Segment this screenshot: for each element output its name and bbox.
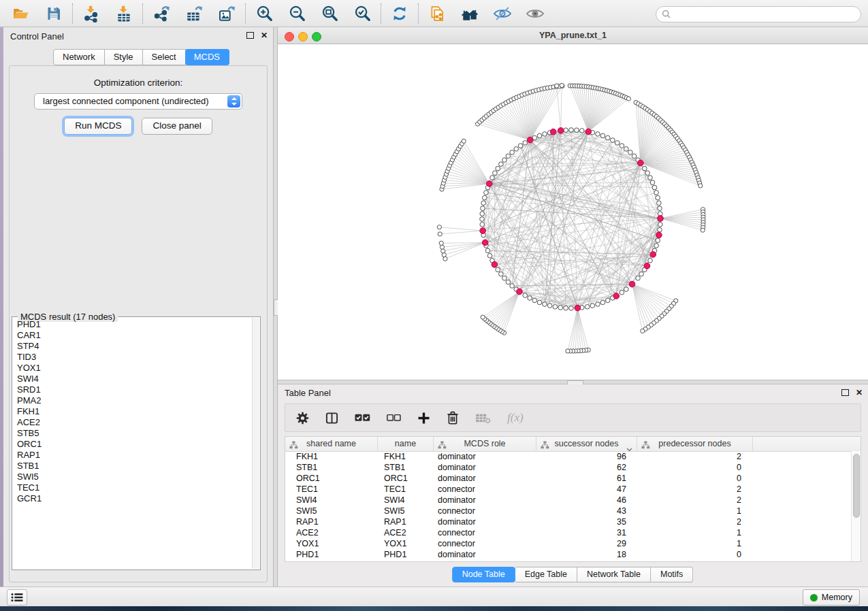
network-node[interactable]	[523, 141, 528, 146]
table-row-SWI5[interactable]: SWI5SWI5connector431	[285, 506, 852, 516]
table-row-SWI4[interactable]: SWI4SWI4dominator462	[285, 495, 852, 506]
zoom-fit-icon[interactable]	[319, 3, 340, 24]
network-node[interactable]	[496, 166, 500, 171]
tab-network[interactable]: Network	[53, 49, 105, 65]
mcds-result-item[interactable]: PMA2	[17, 395, 252, 406]
search-field[interactable]	[656, 6, 861, 22]
network-node[interactable]	[481, 201, 486, 205]
tab-style[interactable]: Style	[105, 49, 143, 65]
network-node[interactable]	[484, 191, 489, 195]
network-node[interactable]	[493, 171, 498, 176]
network-node[interactable]	[620, 144, 624, 148]
network-node[interactable]	[485, 248, 490, 253]
network-hub-node[interactable]	[585, 129, 592, 135]
network-node[interactable]	[624, 147, 628, 152]
delete-column-trash-icon[interactable]	[447, 411, 459, 425]
network-node[interactable]	[650, 180, 655, 185]
network-node[interactable]	[518, 144, 523, 148]
network-node[interactable]	[481, 206, 485, 211]
tab-node-table[interactable]: Node Table	[452, 567, 515, 582]
network-hub-node[interactable]	[482, 240, 488, 246]
close-panel-icon[interactable]: ✕	[856, 389, 863, 396]
network-node[interactable]	[569, 306, 574, 311]
network-node[interactable]	[514, 147, 519, 152]
tab-motifs[interactable]: Motifs	[651, 567, 693, 582]
network-node[interactable]	[615, 141, 620, 146]
import-table-icon[interactable]	[114, 3, 134, 24]
network-node[interactable]	[510, 284, 515, 288]
show-graphics-details-icon[interactable]	[525, 3, 545, 24]
tab-mcds[interactable]: MCDS	[185, 49, 229, 65]
mcds-result-item[interactable]: ACE2	[17, 417, 252, 428]
network-node[interactable]	[579, 129, 584, 133]
network-node[interactable]	[480, 222, 485, 227]
hide-graphics-details-icon[interactable]	[492, 3, 513, 24]
network-hub-node[interactable]	[644, 263, 650, 269]
network-node[interactable]	[480, 212, 485, 216]
memory-button[interactable]: Memory	[803, 589, 860, 606]
network-node[interactable]	[543, 132, 547, 137]
network-node[interactable]	[502, 276, 507, 281]
network-leaf-node[interactable]	[560, 83, 564, 87]
network-leaf-node[interactable]	[437, 225, 441, 229]
node-table[interactable]: shared namenameMCDS rolesuccessor nodesp…	[285, 436, 861, 562]
network-hub-node[interactable]	[558, 128, 564, 134]
horizontal-splitter[interactable]	[278, 380, 868, 384]
network-hub-node[interactable]	[613, 293, 620, 299]
network-node[interactable]	[487, 253, 492, 258]
network-node[interactable]	[600, 133, 605, 138]
table-row-RAP1[interactable]: RAP1RAP1dominator352	[285, 516, 852, 527]
column-header-name[interactable]: name	[378, 437, 434, 451]
search-input[interactable]	[675, 8, 861, 20]
table-scrollbar-thumb[interactable]	[853, 454, 860, 518]
network-hub-node[interactable]	[486, 181, 492, 187]
network-node[interactable]	[648, 259, 653, 263]
network-node[interactable]	[596, 132, 600, 137]
mcds-result-item[interactable]: PHD1	[17, 319, 252, 330]
network-node[interactable]	[506, 154, 511, 159]
network-leaf-node[interactable]	[438, 232, 442, 236]
export-image-icon[interactable]	[216, 3, 237, 24]
mcds-result-item[interactable]: SWI5	[17, 472, 252, 482]
table-row-ACE2[interactable]: ACE2ACE2connector311	[285, 527, 852, 538]
float-panel-icon[interactable]	[246, 32, 254, 39]
mcds-result-item[interactable]: CAR1	[17, 330, 252, 341]
network-leaf-node[interactable]	[555, 84, 559, 88]
network-node[interactable]	[605, 135, 610, 140]
network-node[interactable]	[537, 133, 542, 138]
network-leaf-node[interactable]	[641, 329, 645, 333]
network-node[interactable]	[596, 302, 600, 307]
run-mcds-button[interactable]: Run MCDS	[64, 118, 132, 135]
close-panel-icon[interactable]: ✕	[261, 32, 268, 39]
network-node[interactable]	[547, 303, 552, 308]
network-node[interactable]	[564, 306, 568, 310]
float-panel-icon[interactable]	[841, 389, 849, 396]
network-hub-node[interactable]	[517, 288, 523, 295]
network-node[interactable]	[645, 171, 650, 176]
network-node[interactable]	[502, 158, 507, 163]
mcds-result-item[interactable]: STP4	[17, 341, 252, 352]
zoom-selected-icon[interactable]	[352, 3, 372, 24]
network-node[interactable]	[600, 300, 605, 305]
network-hub-node[interactable]	[527, 137, 533, 143]
network-node[interactable]	[643, 166, 647, 171]
network-node[interactable]	[611, 138, 615, 143]
mcds-result-item[interactable]: YOX1	[17, 363, 252, 374]
zoom-out-icon[interactable]	[287, 3, 307, 24]
add-column-icon[interactable]	[417, 412, 430, 425]
network-node[interactable]	[658, 227, 662, 232]
close-panel-button[interactable]: Close panel	[142, 118, 212, 135]
network-leaf-node[interactable]	[626, 97, 630, 101]
network-hub-node[interactable]	[575, 305, 581, 311]
network-leaf-node[interactable]	[439, 241, 443, 245]
table-row-YOX1[interactable]: YOX1YOX1connector291	[285, 538, 852, 549]
network-node[interactable]	[528, 296, 532, 301]
network-node[interactable]	[654, 191, 659, 195]
network-node[interactable]	[605, 298, 610, 303]
network-node[interactable]	[639, 271, 644, 276]
network-node[interactable]	[510, 150, 515, 155]
network-leaf-node[interactable]	[462, 139, 466, 143]
mcds-result-scrollbar[interactable]	[252, 318, 259, 569]
mcds-result-item[interactable]: ORC1	[17, 439, 252, 450]
network-node[interactable]	[585, 305, 590, 310]
